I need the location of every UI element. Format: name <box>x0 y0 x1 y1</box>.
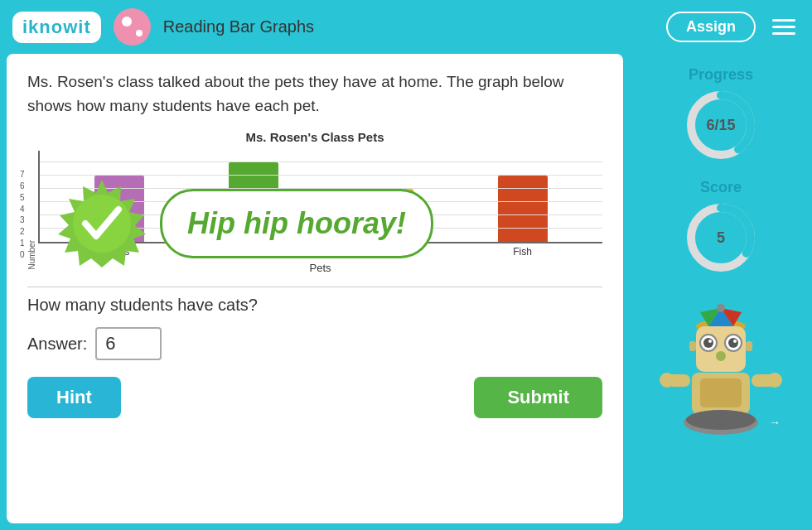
hooray-text: Hip hip hooray! <box>187 206 406 240</box>
progress-value: 6/15 <box>706 117 735 134</box>
svg-point-14 <box>703 338 713 348</box>
answer-row: Answer: <box>27 327 602 360</box>
y-tick-4: 4 <box>20 205 25 214</box>
score-label: Score <box>700 179 742 196</box>
svg-point-15 <box>728 338 738 348</box>
y-tick-7: 7 <box>20 170 25 179</box>
score-value: 5 <box>717 229 725 247</box>
page-title: Reading Bar Graphs <box>163 17 654 36</box>
celebration-overlay: Hip hip hooray! <box>56 178 573 269</box>
y-tick-0: 0 <box>20 250 25 259</box>
answer-input[interactable] <box>95 327 162 360</box>
svg-point-26 <box>767 373 782 388</box>
hamburger-line-3 <box>772 32 795 35</box>
main-area: Ms. Rosen's class talked about the pets … <box>0 54 812 530</box>
y-tick-5: 5 <box>20 193 25 202</box>
context-text: Ms. Rosen's class talked about the pets … <box>27 70 602 118</box>
hamburger-line-2 <box>772 26 795 28</box>
answer-label: Answer: <box>27 335 87 354</box>
svg-point-16 <box>708 340 712 343</box>
y-axis-label: Number <box>27 240 36 270</box>
robot-mascot: → <box>646 300 795 441</box>
checkmark-badge <box>56 178 147 269</box>
progress-section: Progress 6/15 <box>684 66 758 162</box>
y-tick-3: 3 <box>20 215 25 224</box>
chart-title: Ms. Rosen's Class Pets <box>27 130 602 144</box>
score-section: Score 5 <box>684 179 758 275</box>
svg-point-10 <box>717 304 725 312</box>
svg-point-17 <box>733 340 737 343</box>
grid-line-5 <box>40 175 602 176</box>
svg-point-1 <box>73 195 131 253</box>
score-circle: 5 <box>684 200 758 275</box>
svg-point-25 <box>660 373 674 388</box>
hint-button[interactable]: Hint <box>27 377 121 418</box>
assign-button[interactable]: Assign <box>666 12 756 42</box>
svg-rect-19 <box>689 341 696 351</box>
svg-rect-22 <box>700 378 742 407</box>
header: iknowit Reading Bar Graphs Assign <box>0 0 812 54</box>
question-text: How many students have cats? <box>27 296 602 315</box>
divider <box>27 287 602 287</box>
grid-line-6 <box>40 161 602 162</box>
y-tick-6: 6 <box>20 181 25 190</box>
hamburger-line-1 <box>772 19 795 22</box>
submit-button[interactable]: Submit <box>474 377 602 418</box>
hooray-bubble: Hip hip hooray! <box>160 189 433 258</box>
logo-text[interactable]: iknowit <box>12 12 101 43</box>
menu-button[interactable] <box>768 15 800 39</box>
content-panel: Ms. Rosen's class talked about the pets … <box>7 54 623 523</box>
y-tick-2: 2 <box>20 227 25 236</box>
svg-point-18 <box>716 351 726 361</box>
progress-label: Progress <box>689 66 753 84</box>
svg-rect-20 <box>746 341 752 351</box>
logo-icon <box>114 8 151 46</box>
y-tick-1: 1 <box>20 238 25 248</box>
button-row: Hint Submit <box>27 377 602 418</box>
progress-circle: 6/15 <box>684 88 758 162</box>
svg-text:→: → <box>769 416 781 429</box>
svg-point-28 <box>686 410 756 430</box>
right-panel: Progress 6/15 Score 5 <box>630 54 812 530</box>
